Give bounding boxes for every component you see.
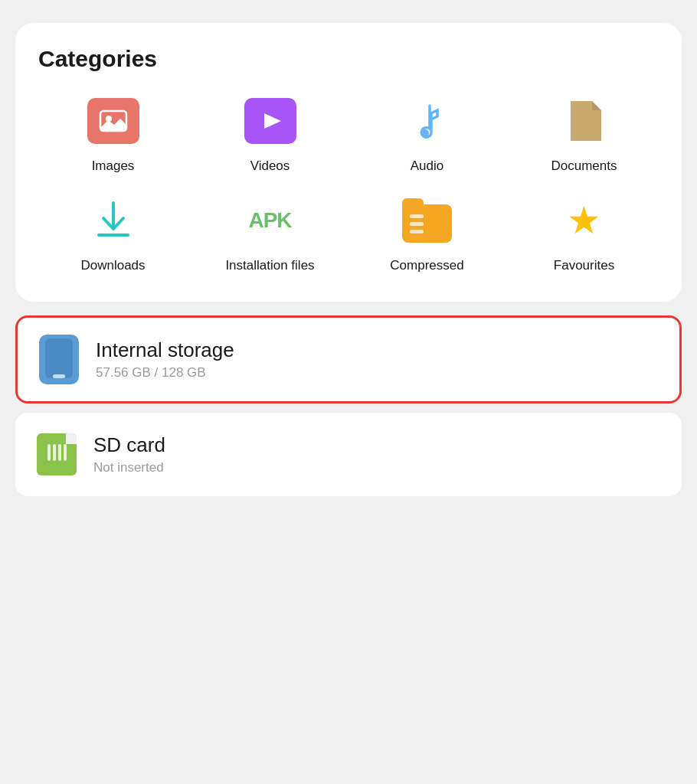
star-icon: ★ [557, 193, 612, 248]
categories-title: Categories [38, 46, 659, 72]
internal-storage-name: Internal storage [96, 338, 658, 362]
apk-icon: APK [243, 193, 298, 248]
sdcard-name: SD card [93, 433, 660, 457]
sdcard-detail: Not inserted [93, 460, 660, 475]
sdcard-info: SD card Not inserted [93, 433, 660, 475]
category-compressed-label: Compressed [390, 257, 463, 274]
category-downloads[interactable]: Downloads [38, 193, 188, 274]
category-favourites[interactable]: ★ Favourites [509, 193, 659, 274]
category-installation[interactable]: APK Installation files [195, 193, 345, 274]
category-installation-label: Installation files [225, 257, 314, 274]
category-documents[interactable]: Documents [509, 93, 659, 175]
categories-card: Categories Images [15, 23, 682, 302]
sdcard-icon [37, 430, 77, 479]
category-audio[interactable]: Audio [352, 93, 502, 175]
category-documents-label: Documents [551, 158, 617, 175]
audio-icon [400, 93, 455, 149]
category-compressed[interactable]: Compressed [352, 193, 502, 274]
image-icon [86, 93, 141, 149]
category-videos[interactable]: Videos [195, 93, 345, 175]
phone-storage-icon [39, 335, 79, 384]
category-videos-label: Videos [250, 158, 290, 175]
document-icon [557, 93, 612, 149]
category-grid: Images Videos Audio [38, 93, 659, 274]
download-icon [86, 193, 141, 248]
internal-storage-item[interactable]: Internal storage 57.56 GB / 128 GB [15, 315, 682, 403]
sdcard-item[interactable]: SD card Not inserted [15, 413, 682, 496]
category-downloads-label: Downloads [80, 257, 145, 274]
category-favourites-label: Favourites [554, 257, 614, 274]
svg-point-3 [421, 129, 429, 137]
category-images-label: Images [92, 158, 135, 175]
internal-storage-detail: 57.56 GB / 128 GB [96, 365, 658, 381]
category-images[interactable]: Images [38, 93, 188, 175]
svg-marker-2 [264, 113, 281, 129]
category-audio-label: Audio [411, 158, 443, 175]
storage-section: Internal storage 57.56 GB / 128 GB SD ca… [15, 315, 682, 496]
compressed-folder-icon [400, 193, 455, 248]
internal-storage-info: Internal storage 57.56 GB / 128 GB [96, 338, 658, 381]
video-icon [243, 93, 298, 149]
